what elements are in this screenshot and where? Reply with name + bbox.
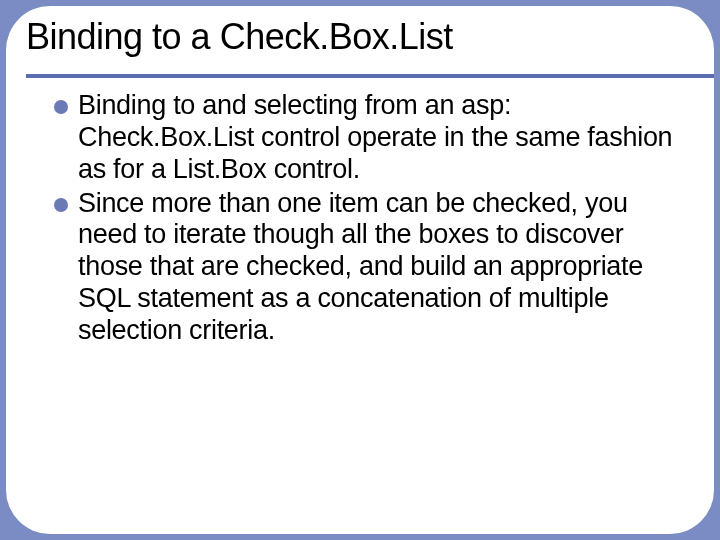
bullet-icon xyxy=(54,100,68,114)
title-area: Binding to a Check.Box.List xyxy=(26,16,694,64)
slide-content: Binding to and selecting from an asp: Ch… xyxy=(54,90,674,349)
bullet-icon xyxy=(54,198,68,212)
slide-title: Binding to a Check.Box.List xyxy=(26,16,694,64)
bullet-text: Since more than one item can be checked,… xyxy=(78,188,674,347)
bullet-item: Binding to and selecting from an asp: Ch… xyxy=(54,90,674,186)
title-underline xyxy=(26,74,714,78)
slide-card: Binding to a Check.Box.List Binding to a… xyxy=(6,6,714,534)
bullet-item: Since more than one item can be checked,… xyxy=(54,188,674,347)
bullet-text: Binding to and selecting from an asp: Ch… xyxy=(78,90,674,186)
